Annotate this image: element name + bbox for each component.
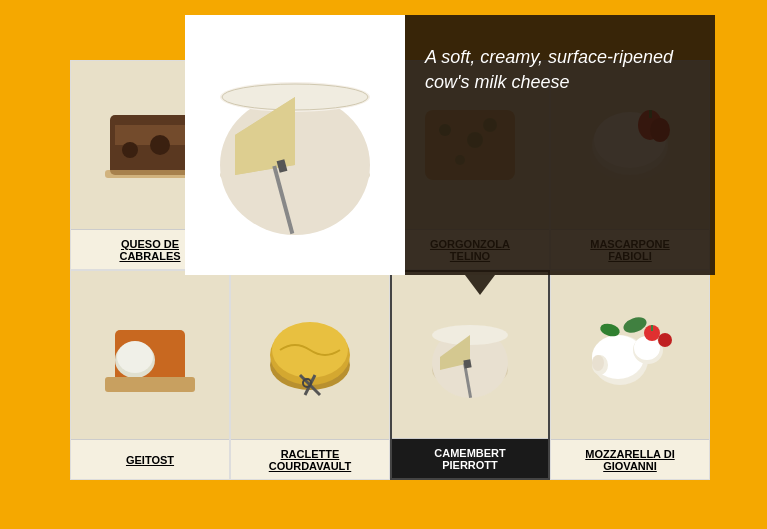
cheese-card-camembert[interactable]: CAMEMBERTPIERROTT (390, 270, 550, 480)
camembert-image (392, 272, 548, 438)
cheese-card-mozzarella[interactable]: MOZZARELLA DIGIOVANNI (550, 270, 710, 480)
geitost-illustration (100, 305, 200, 405)
svg-point-12 (150, 135, 170, 155)
queso-image (71, 61, 229, 229)
gorgonzola-image (391, 61, 549, 229)
geitost-name: GEITOST (71, 439, 229, 479)
manchego-illustration (260, 95, 360, 195)
cheese-grid: QUESO DECABRALES MANCHEGO GORGONZOLATELI… (70, 60, 710, 480)
raclette-illustration (260, 305, 360, 405)
mozzarella-image (551, 271, 709, 439)
svg-rect-44 (463, 359, 471, 368)
mozzarella-name: MOZZARELLA DIGIOVANNI (551, 439, 709, 479)
cheese-card-gorgonzola[interactable]: GORGONZOLATELINO (390, 60, 550, 270)
mascarpone-name: MASCARPONEFABIOLI (551, 229, 709, 269)
svg-point-11 (122, 142, 138, 158)
cheese-card-queso[interactable]: QUESO DECABRALES (70, 60, 230, 270)
svg-rect-32 (105, 377, 195, 392)
queso-illustration (100, 95, 200, 195)
svg-rect-13 (105, 170, 195, 178)
svg-point-27 (650, 118, 670, 142)
raclette-name: RACLETTECOURDAVAULT (231, 439, 389, 479)
svg-point-31 (117, 341, 153, 373)
svg-point-55 (592, 355, 604, 371)
raclette-image (231, 271, 389, 439)
cheese-card-raclette[interactable]: RACLETTECOURDAVAULT (230, 270, 390, 480)
camembert-name: CAMEMBERTPIERROTT (392, 438, 548, 478)
svg-rect-28 (649, 110, 652, 118)
svg-point-22 (483, 118, 497, 132)
svg-rect-51 (651, 325, 653, 331)
svg-rect-10 (115, 125, 185, 145)
svg-point-20 (467, 132, 483, 148)
manchego-image (231, 61, 389, 229)
geitost-image (71, 271, 229, 439)
svg-point-19 (439, 124, 451, 136)
cheese-card-mascarpone[interactable]: MASCARPONEFABIOLI (550, 60, 710, 270)
cheese-card-geitost[interactable]: GEITOST (70, 270, 230, 480)
svg-point-21 (455, 155, 465, 165)
gorgonzola-illustration (420, 95, 520, 195)
camembert-illustration-small (420, 305, 520, 405)
gorgonzola-name: GORGONZOLATELINO (391, 229, 549, 269)
queso-name: QUESO DECABRALES (71, 229, 229, 269)
manchego-name: MANCHEGO (231, 229, 389, 269)
cheese-card-manchego[interactable]: MANCHEGO (230, 60, 390, 270)
svg-point-50 (658, 333, 672, 347)
mascarpone-illustration (580, 95, 680, 195)
mascarpone-image (551, 61, 709, 229)
mozzarella-illustration (580, 305, 680, 405)
